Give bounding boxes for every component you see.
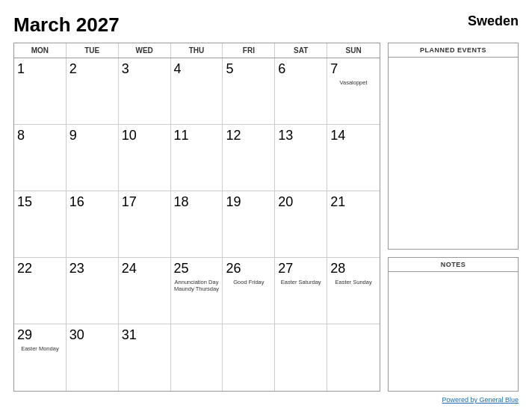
day-event-label: Easter Saturday (278, 279, 324, 286)
day-number: 27 (278, 261, 293, 277)
day-number: 2 (69, 61, 77, 78)
day-number: 1 (17, 61, 25, 78)
day-number: 31 (122, 327, 137, 344)
day-number: 28 (330, 261, 345, 277)
day-number: 12 (226, 128, 241, 144)
day-number: 5 (226, 61, 233, 78)
day-number: 9 (69, 128, 77, 144)
day-number: 13 (278, 128, 293, 144)
planned-events-header: PLANNED EVENTS (389, 43, 518, 58)
day-cell (223, 324, 275, 391)
day-cell: 1 (14, 58, 66, 125)
notes-box: NOTES (388, 257, 519, 392)
day-cell: 12 (223, 125, 275, 191)
planned-events-box: PLANNED EVENTS (388, 43, 519, 250)
day-number: 24 (122, 261, 137, 277)
day-cell: 5 (223, 58, 275, 125)
day-number: 4 (174, 61, 182, 78)
calendar-grid: 1234567Vasaloppet89101112131415161718192… (14, 58, 380, 391)
day-cell: 26Good Friday (223, 258, 275, 324)
calendar-section: MONTUEWEDTHUFRISATSUN 1234567Vasaloppet8… (13, 43, 380, 392)
day-number: 25 (174, 261, 189, 277)
day-header-mon: MON (14, 43, 66, 58)
day-number: 14 (330, 128, 345, 144)
day-number: 11 (174, 128, 189, 144)
day-cell: 19 (223, 191, 275, 258)
day-event-label: Vasaloppet (330, 79, 377, 87)
right-panel: PLANNED EVENTS NOTES (388, 43, 519, 392)
day-cell: 27Easter Saturday (275, 258, 327, 324)
planned-events-content (389, 58, 518, 249)
day-cell: 8 (14, 125, 66, 191)
day-cell: 3 (119, 58, 171, 125)
day-cell: 11 (171, 125, 223, 191)
day-number: 21 (330, 194, 345, 211)
country-title: Sweden (468, 13, 519, 29)
day-event-label: Easter Sunday (330, 279, 377, 286)
day-header-thu: THU (171, 43, 223, 58)
day-number: 22 (17, 261, 32, 277)
day-cell: 18 (171, 191, 223, 258)
day-cell: 24 (119, 258, 171, 324)
day-number: 23 (69, 261, 84, 277)
day-number: 20 (278, 194, 293, 211)
day-cell: 14 (327, 125, 380, 191)
day-cell: 31 (119, 324, 171, 391)
day-number: 26 (226, 261, 241, 277)
day-cell: 9 (66, 125, 119, 191)
day-cell: 22 (14, 258, 66, 324)
day-number: 30 (69, 327, 84, 344)
day-number: 19 (226, 194, 241, 211)
footer: Powered by General Blue (13, 396, 519, 404)
day-number: 6 (278, 61, 285, 78)
day-number: 16 (69, 194, 84, 211)
day-cell: 16 (66, 191, 119, 258)
day-number: 29 (17, 327, 32, 344)
header: March 2027 Sweden (13, 13, 519, 37)
day-cell (275, 324, 327, 391)
day-cell: 2 (66, 58, 119, 125)
day-cell: 20 (275, 191, 327, 258)
day-cell: 6 (275, 58, 327, 125)
day-number: 15 (17, 194, 32, 211)
day-cell: 4 (171, 58, 223, 125)
day-cell: 30 (66, 324, 119, 391)
day-cell: 7Vasaloppet (327, 58, 380, 125)
main-content: MONTUEWEDTHUFRISATSUN 1234567Vasaloppet8… (13, 43, 519, 392)
day-event-label: Annunciation Day Maundy Thursday (174, 279, 220, 294)
day-cell: 13 (275, 125, 327, 191)
day-header-fri: FRI (223, 43, 275, 58)
day-cell: 15 (14, 191, 66, 258)
day-cell: 17 (119, 191, 171, 258)
notes-header: NOTES (389, 258, 518, 272)
day-header-wed: WED (119, 43, 171, 58)
notes-content (389, 272, 518, 391)
day-number: 8 (17, 128, 25, 144)
page: March 2027 Sweden MONTUEWEDTHUFRISATSUN … (0, 0, 532, 411)
day-event-label: Good Friday (226, 279, 271, 286)
day-cell: 10 (119, 125, 171, 191)
day-number: 18 (174, 194, 189, 211)
day-number: 10 (122, 128, 137, 144)
day-event-label: Easter Monday (17, 345, 63, 353)
day-number: 3 (122, 61, 129, 78)
day-cell: 28Easter Sunday (327, 258, 380, 324)
day-cell (171, 324, 223, 391)
footer-link[interactable]: Powered by General Blue (442, 396, 519, 404)
day-number: 7 (330, 61, 338, 78)
day-number: 17 (122, 194, 137, 211)
month-title: March 2027 (13, 13, 120, 37)
day-cell (327, 324, 380, 391)
day-headers: MONTUEWEDTHUFRISATSUN (14, 43, 380, 58)
day-header-tue: TUE (66, 43, 119, 58)
day-cell: 23 (66, 258, 119, 324)
day-header-sat: SAT (275, 43, 327, 58)
day-header-sun: SUN (327, 43, 380, 58)
day-cell: 29Easter Monday (14, 324, 66, 391)
day-cell: 21 (327, 191, 380, 258)
day-cell: 25Annunciation Day Maundy Thursday (171, 258, 223, 324)
